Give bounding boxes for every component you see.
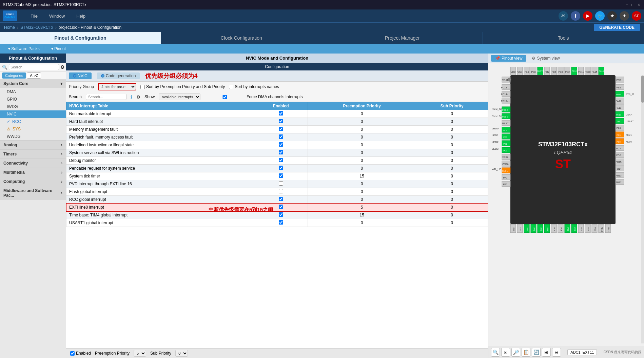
zoom-in-button[interactable]: 🔍	[491, 348, 500, 357]
facebook-icon[interactable]: f	[571, 11, 580, 21]
interrupt-table-scroll[interactable]: NVIC Interrupt Table Enabled Preemption …	[66, 102, 488, 348]
sub-tab-software-packs[interactable]: ▾ Software Packs	[3, 46, 45, 52]
svg-text:PC12: PC12	[571, 70, 577, 72]
sidebar-item-dma[interactable]: DMA	[0, 88, 66, 96]
breadcrumb-project[interactable]: STM32F103RCTx	[20, 25, 53, 30]
interrupt-enabled[interactable]	[254, 180, 308, 188]
interrupt-enabled[interactable]	[254, 165, 308, 172]
twitter-icon[interactable]: 🐦	[595, 11, 605, 21]
youtube-icon[interactable]: ▶	[583, 11, 592, 21]
tab-system-view[interactable]: ⚙ System view	[528, 55, 564, 62]
title-text: STM32CubeMX project.ioc: STM32F103RCTx	[3, 2, 86, 7]
svg-text:VSS: VSS	[587, 227, 589, 231]
interrupt-enabled[interactable]	[254, 188, 308, 196]
sidebar-section-header-computing[interactable]: Computing ›	[0, 177, 66, 186]
maximize-button[interactable]: □	[630, 2, 635, 7]
sort-names-checkbox[interactable]	[229, 85, 233, 89]
menu-file[interactable]: File	[25, 12, 43, 20]
interrupt-enabled[interactable]	[254, 110, 308, 118]
sidebar-section-header-analog[interactable]: Analog ›	[0, 141, 66, 149]
sidebar-item-nvic[interactable]: NVIC	[0, 110, 66, 118]
interrupt-sub: 0	[416, 133, 488, 141]
interrupt-enabled[interactable]	[254, 196, 308, 204]
interrupt-name: Pendable request for system service	[66, 165, 254, 172]
svg-text:VDDA: VDDA	[502, 163, 509, 165]
tab-project[interactable]: Project Manager	[322, 32, 483, 44]
interrupt-sub: 0	[416, 165, 488, 172]
led0-label: LED0	[492, 127, 499, 130]
svg-text:PC9: PC9	[617, 134, 621, 136]
interrupt-enabled[interactable]	[254, 126, 308, 133]
interrupt-enabled[interactable]	[254, 133, 308, 141]
chip-svg: KEY2 SYS_JTCK-SWCLK VDD VSS PB9 PB8	[492, 67, 634, 263]
search-settings-icon[interactable]: ⚙	[60, 64, 65, 70]
nvic-tab-nvic[interactable]: NVIC	[69, 72, 92, 79]
sort-preemption-checkbox[interactable]	[140, 85, 145, 89]
svg-text:PB13: PB13	[616, 174, 621, 177]
interrupt-enabled[interactable]	[254, 141, 308, 149]
enabled-checkbox[interactable]	[70, 351, 75, 356]
sidebar-section-header-system-core[interactable]: System Core ▾	[0, 79, 66, 88]
svg-text:PB2: PB2	[581, 227, 583, 231]
nvic-tab-code-gen[interactable]: Code generation	[97, 72, 140, 79]
fit-button[interactable]: ⊡	[501, 348, 510, 357]
sub-tab-pinout[interactable]: ▾ Pinout	[46, 46, 71, 52]
github-icon[interactable]: ★	[607, 11, 617, 21]
pinout-bottom-toolbar: 🔍 ⊡ 🔎 📋 🔄 ⊞ ⊟ ADC1_EXT11 CSDN @来嗯写代码的我	[488, 346, 644, 358]
priority-group-select[interactable]: 4 bits for pre-e...	[98, 83, 136, 90]
interrupt-sub: 0	[416, 126, 488, 133]
svg-text:PC15-...: PC15-...	[501, 100, 510, 102]
generate-code-button[interactable]: GENERATE CODE	[594, 24, 640, 31]
force-dma-checkbox[interactable]	[204, 95, 245, 99]
sidebar-item-gpio[interactable]: GPIO	[0, 96, 66, 103]
menu-window[interactable]: Window	[44, 12, 70, 20]
sidebar-section-header-middleware[interactable]: Middleware and Software Pac... ›	[0, 186, 66, 200]
menu-help[interactable]: Help	[71, 12, 91, 20]
interrupt-enabled[interactable]	[254, 149, 308, 157]
interrupt-preemption: 0	[308, 157, 416, 165]
col-header-enabled: Enabled	[254, 102, 308, 110]
csdn-watermark: CSDN @来嗯写代码的我	[604, 350, 641, 355]
sidebar-item-iwdg[interactable]: IWDG	[0, 103, 66, 110]
interrupt-enabled[interactable]	[254, 157, 308, 165]
tab-clock[interactable]: Clock Configuration	[161, 32, 322, 44]
sidebar-item-sys[interactable]: ⚠SYS	[0, 125, 66, 133]
filter-az-button[interactable]: A->Z	[27, 72, 41, 79]
interrupt-name: Memory management fault	[66, 126, 254, 133]
sidebar-section-header-connectivity[interactable]: Connectivity ›	[0, 159, 66, 168]
search-input[interactable]	[9, 64, 59, 70]
copy-button[interactable]: 📋	[522, 348, 530, 357]
show-select[interactable]: available interrupts	[159, 93, 200, 100]
interrupt-sub: 0	[416, 172, 488, 180]
interrupt-enabled[interactable]	[254, 118, 308, 126]
svg-text:PC13-...: PC13-...	[501, 86, 510, 89]
scroll-bar-right[interactable]	[641, 76, 644, 343]
rotate-button[interactable]: 🔄	[532, 348, 541, 357]
settings-icon[interactable]: ⚙	[136, 94, 140, 100]
interrupt-enabled[interactable]	[254, 219, 308, 227]
sidebar-section-header-timers[interactable]: Timers ›	[0, 150, 66, 159]
sidebar-item-rcc[interactable]: ✓RCC	[0, 118, 66, 125]
close-button[interactable]: ×	[637, 2, 641, 7]
tab-pinout-view[interactable]: 📌 Pinout view	[491, 55, 526, 62]
tab-pinout[interactable]: Pinout & Configuration	[0, 32, 161, 44]
nvic-search-input[interactable]	[86, 94, 126, 100]
filter-categories-button[interactable]: Categories	[2, 72, 26, 79]
interrupt-enabled[interactable]	[254, 172, 308, 180]
layout-button[interactable]: ⊟	[552, 348, 561, 357]
table-row: Flash global interrupt00	[66, 188, 488, 196]
preemption-priority-select[interactable]: 5	[134, 350, 146, 357]
minimize-button[interactable]: −	[624, 2, 629, 7]
st-icon[interactable]: ST	[632, 11, 641, 21]
sidebar-section-header-multimedia[interactable]: Multimedia ›	[0, 168, 66, 177]
sidebar-item-wwdg[interactable]: WWDG	[0, 133, 66, 140]
zoom-out-button[interactable]: 🔎	[511, 348, 520, 357]
scroll-thumb[interactable]	[641, 76, 644, 103]
menu-bar: STM32 CubeMX File Window Help 39 f ▶ 🐦 ★…	[0, 9, 644, 22]
star-icon[interactable]: ✦	[620, 11, 629, 21]
svg-text:VSS: VSS	[520, 227, 522, 231]
sub-priority-select[interactable]: 0	[175, 350, 188, 357]
breadcrumb-home[interactable]: Home	[4, 25, 15, 30]
grid-button[interactable]: ⊞	[542, 348, 551, 357]
tab-tools[interactable]: Tools	[483, 32, 644, 44]
